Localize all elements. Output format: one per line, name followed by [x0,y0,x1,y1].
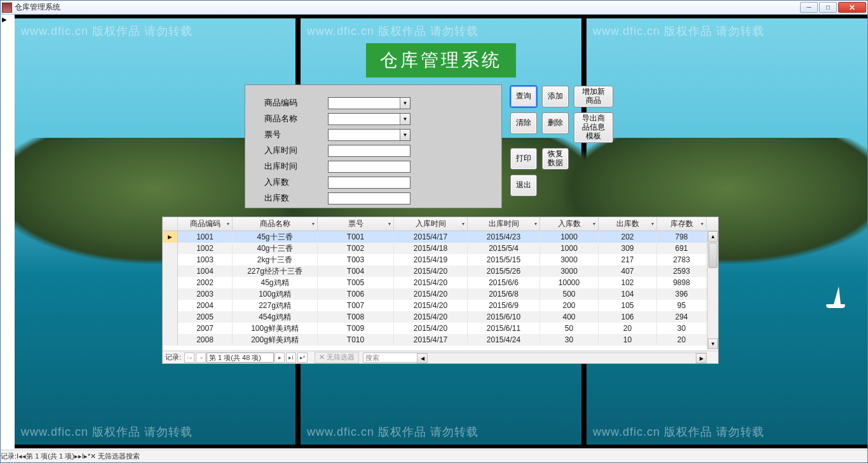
col-header[interactable]: 商品名称▾ [233,217,318,231]
cell[interactable]: 227g经济十三香 [233,265,318,277]
cell[interactable]: 2007 [178,323,233,334]
nav-first-button[interactable]: I◂ [184,352,194,363]
cell[interactable]: 95 [657,300,707,311]
table-row[interactable]: 200245g鸡精T0052015/4/202015/6/61000010298… [163,277,718,288]
grid-search-box[interactable]: 搜索 [363,352,420,363]
cell[interactable]: 3000 [540,254,599,265]
cell[interactable]: 2593 [657,265,707,277]
cell[interactable]: 2015/6/8 [468,288,540,300]
input-in-time[interactable] [328,145,410,157]
col-header[interactable]: 入库时间▾ [394,217,468,231]
cell[interactable]: 105 [599,300,657,311]
cell[interactable]: 2004 [178,300,233,311]
cell[interactable]: T009 [318,323,394,334]
combo-product-code[interactable]: ▼ [328,97,410,109]
print-button[interactable]: 打印 [510,148,537,170]
table-row[interactable]: 2005454g鸡精T0082015/4/202015/6/1040010629… [163,311,718,323]
maximize-button[interactable]: □ [819,2,837,13]
grid-corner[interactable] [163,217,178,231]
scroll-right-icon[interactable]: ▶ [696,353,707,363]
cell[interactable]: 2015/4/23 [468,231,540,243]
cell[interactable]: 309 [599,243,657,254]
col-header[interactable]: 商品编码▾ [178,217,233,231]
row-selector[interactable] [163,288,178,300]
col-header[interactable]: 库存数▾ [657,217,707,231]
filter-indicator[interactable]: ✕无筛选器 [90,452,126,461]
delete-button[interactable]: 删除 [542,112,569,134]
row-selector[interactable]: ▶ [163,231,178,243]
cell[interactable]: 2015/4/20 [394,265,468,277]
cell[interactable]: 2015/6/9 [468,300,540,311]
cell[interactable]: 2015/4/20 [394,311,468,323]
cell[interactable]: 1001 [178,231,233,243]
horizontal-scrollbar[interactable]: ◀ ▶ [417,352,707,363]
cell[interactable]: 104 [599,288,657,300]
exit-button[interactable]: 退出 [510,175,537,196]
nav-first-button[interactable]: I◂ [17,452,22,460]
cell[interactable]: 1004 [178,265,233,277]
input-in-qty[interactable] [328,177,410,189]
cell[interactable]: 202 [599,231,657,243]
cell[interactable]: 45g鸡精 [233,277,318,288]
nav-last-button[interactable]: ▸I [78,452,84,460]
nav-prev-button[interactable]: ◂ [196,352,206,363]
cell[interactable]: 400 [540,311,599,323]
scroll-up-icon[interactable]: ▲ [708,231,718,242]
table-row[interactable]: 2008200g鲜美鸡精T0102015/4/172015/4/24301020 [163,334,718,346]
cell[interactable]: 2003 [178,288,233,300]
cell[interactable]: 294 [657,311,707,323]
input-out-qty[interactable] [328,192,410,205]
cell[interactable]: 20 [599,323,657,334]
cell[interactable]: 454g鸡精 [233,311,318,323]
cell[interactable]: T010 [318,334,394,346]
cell[interactable]: 2002 [178,277,233,288]
nav-last-button[interactable]: ▸I [286,352,296,363]
scrollbar-thumb[interactable] [709,243,717,268]
input-out-time[interactable] [328,161,410,173]
cell[interactable]: 2015/5/4 [468,243,540,254]
cell[interactable]: 798 [657,231,707,243]
nav-new-button[interactable]: ▸* [84,452,90,460]
record-position[interactable]: 第 1 项(共 1 项) [26,452,74,461]
cell[interactable]: 2015/5/15 [468,254,540,265]
cell[interactable]: 2015/4/20 [394,288,468,300]
row-selector[interactable] [163,254,178,265]
filter-indicator[interactable]: ✕无筛选器 [315,352,359,363]
cell[interactable]: T002 [318,243,394,254]
cell[interactable]: 20 [657,334,707,346]
add-button[interactable]: 添加 [542,86,569,107]
cell[interactable]: 2kg十三香 [233,254,318,265]
cell[interactable]: 500 [540,288,599,300]
row-selector[interactable] [163,323,178,334]
cell[interactable]: 227g鸡精 [233,300,318,311]
cell[interactable]: 2015/4/18 [394,243,468,254]
cell[interactable]: 2015/4/24 [468,334,540,346]
cell[interactable]: 396 [657,288,707,300]
combo-product-name[interactable]: ▼ [328,113,410,125]
cell[interactable]: 407 [599,265,657,277]
cell[interactable]: 100g鲜美鸡精 [233,323,318,334]
vertical-scrollbar[interactable]: ▲ ▼ [707,231,718,349]
cell[interactable]: 100g鸡精 [233,288,318,300]
cell[interactable]: 1000 [540,243,599,254]
table-row[interactable]: 10032kg十三香T0032015/4/192015/5/1530002172… [163,254,718,265]
row-selector[interactable] [163,311,178,323]
cell[interactable]: 2783 [657,254,707,265]
cell[interactable]: 102 [599,277,657,288]
cell[interactable]: 30 [540,334,599,346]
minimize-button[interactable]: ─ [800,2,818,13]
nav-new-button[interactable]: ▸* [297,352,308,363]
cell[interactable]: 50 [540,323,599,334]
restore-button[interactable]: 恢复 数据 [542,148,569,170]
add-new-product-button[interactable]: 增加新 商品 [574,86,613,107]
cell[interactable]: 2015/4/20 [394,323,468,334]
cell[interactable]: T005 [318,277,394,288]
table-row[interactable]: 2004227g鸡精T0072015/4/202015/6/920010595 [163,300,718,311]
query-button[interactable]: 查询 [510,86,537,107]
cell[interactable]: 217 [599,254,657,265]
chevron-down-icon[interactable]: ▼ [400,98,410,109]
nav-next-button[interactable]: ▸ [275,352,285,363]
cell[interactable]: T006 [318,288,394,300]
cell[interactable]: 2015/6/6 [468,277,540,288]
cell[interactable]: 2015/4/20 [394,277,468,288]
